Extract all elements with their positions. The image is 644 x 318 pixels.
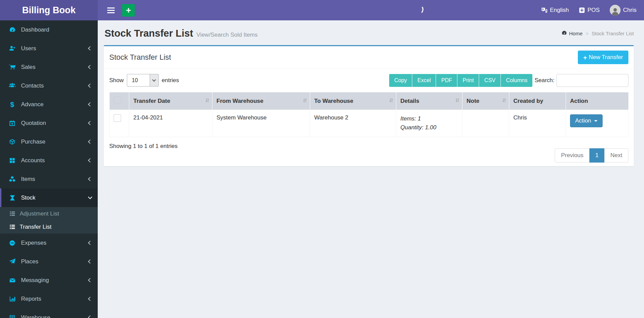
- caret-down-icon: [594, 120, 598, 122]
- sidebar-item-expenses[interactable]: Expenses: [0, 233, 98, 252]
- chevron-left-icon: [88, 297, 92, 301]
- sidebar-subitem-transfer-list[interactable]: Transfer List: [0, 220, 98, 233]
- row-action-button[interactable]: Action: [570, 114, 603, 127]
- new-transfer-button[interactable]: + New Transfer: [578, 51, 628, 64]
- page-size-select[interactable]: 10: [127, 74, 159, 87]
- entries-label: entries: [162, 77, 179, 84]
- sidebar-toggle-button[interactable]: [105, 5, 117, 16]
- home-dashboard-icon: [562, 30, 567, 37]
- csv-button[interactable]: CSV: [479, 74, 501, 87]
- chevron-left-icon: [88, 46, 92, 51]
- dollar-sign-icon: $: [7, 100, 17, 109]
- chevron-left-icon: [88, 102, 92, 107]
- sidebar: Dashboard Users Sales Cont: [0, 20, 98, 318]
- column-details[interactable]: Details: [396, 92, 462, 110]
- paper-plane-icon: [7, 258, 17, 265]
- sidebar-item-items[interactable]: Items: [0, 170, 98, 188]
- chevron-left-icon: [88, 259, 92, 264]
- page-size-value: 10: [127, 74, 150, 86]
- column-to-warehouse[interactable]: To Warehouse: [310, 92, 396, 110]
- table-toolbar: Show 10 entries Copy Excel PDF Print: [104, 69, 634, 92]
- sort-icon: [389, 98, 393, 105]
- user-avatar: [610, 5, 621, 16]
- minus-circle-icon: [7, 240, 17, 246]
- sidebar-item-reports[interactable]: Reports: [0, 289, 98, 308]
- columns-button[interactable]: Columns: [501, 74, 532, 87]
- note-cell: [462, 110, 509, 137]
- hourglass-icon: [7, 195, 17, 201]
- excel-button[interactable]: Excel: [412, 74, 436, 87]
- navbar-right: English POS Chris: [541, 5, 644, 16]
- sidebar-item-warehouse[interactable]: Warehouse: [0, 308, 98, 318]
- details-cell: Items: 1 Quantity: 1.00: [396, 110, 462, 137]
- language-icon: [541, 7, 548, 14]
- page-subtitle: View/Search Sold Items: [196, 32, 258, 38]
- user-name: Chris: [623, 7, 637, 14]
- chevron-down-icon: [150, 74, 158, 86]
- action-cell: Action: [566, 110, 628, 137]
- chevron-left-icon: [88, 65, 92, 69]
- print-button[interactable]: Print: [457, 74, 479, 87]
- content-header: Stock Transfer ListView/Search Sold Item…: [104, 28, 634, 39]
- sidebar-item-sales[interactable]: Sales: [0, 58, 98, 76]
- quick-add-button[interactable]: +: [122, 4, 135, 17]
- sidebar-item-purchase[interactable]: Purchase: [0, 132, 98, 151]
- pagination-previous[interactable]: Previous: [555, 148, 589, 163]
- sidebar-item-users[interactable]: Users: [0, 39, 98, 58]
- sidebar-item-advance[interactable]: $ Advance: [0, 95, 98, 114]
- sidebar-item-contacts[interactable]: Contacts: [0, 76, 98, 95]
- user-menu[interactable]: Chris: [610, 5, 637, 16]
- list-icon: [8, 224, 16, 230]
- search-label: Search:: [534, 77, 554, 84]
- row-checkbox[interactable]: [114, 114, 121, 122]
- from-warehouse-cell: System Warehouse: [212, 110, 310, 137]
- column-from-warehouse[interactable]: From Warehouse: [212, 92, 310, 110]
- pos-button[interactable]: POS: [579, 7, 600, 14]
- envelope-icon: [7, 277, 17, 283]
- chevron-left-icon: [88, 121, 92, 125]
- sidebar-item-messaging[interactable]: Messaging: [0, 271, 98, 289]
- breadcrumb-separator: >: [586, 31, 589, 36]
- sidebar-item-accounts[interactable]: Accounts: [0, 151, 98, 170]
- pagination-next[interactable]: Next: [604, 148, 628, 163]
- copy-button[interactable]: Copy: [389, 74, 412, 87]
- table-info: Showing 1 to 1 of 1 entries: [109, 143, 177, 149]
- sort-icon: [205, 98, 209, 105]
- sidebar-item-stock[interactable]: Stock: [0, 188, 98, 207]
- pdf-button[interactable]: PDF: [436, 74, 457, 87]
- sidebar-item-places[interactable]: Places: [0, 252, 98, 271]
- language-menu[interactable]: English: [541, 7, 569, 14]
- chevron-left-icon: [88, 139, 92, 144]
- pagination-page-1[interactable]: 1: [589, 148, 605, 163]
- user-plus-icon: [7, 45, 17, 52]
- column-transfer-date[interactable]: Transfer Date: [129, 92, 212, 110]
- chevron-down-icon: [88, 195, 92, 199]
- search-input[interactable]: [556, 74, 628, 87]
- search-control: Search:: [534, 74, 628, 87]
- chevron-left-icon: [88, 241, 92, 245]
- sidebar-item-dashboard[interactable]: Dashboard: [0, 20, 98, 39]
- sort-icon: [303, 98, 307, 105]
- loading-spinner: [415, 5, 424, 14]
- chevron-left-icon: [88, 177, 92, 181]
- sidebar-subitem-adjustment-list[interactable]: Adjustment List: [0, 207, 98, 220]
- toolbar-right: Copy Excel PDF Print CSV Columns Search:: [389, 74, 628, 87]
- brand-logo[interactable]: Billing Book: [0, 0, 98, 20]
- sidebar-item-quotation[interactable]: Quotation: [0, 114, 98, 132]
- calendar-plus-icon: [7, 120, 17, 126]
- transfer-date-cell: 21-04-2021: [129, 110, 212, 137]
- chevron-left-icon: [88, 315, 92, 318]
- select-all-checkbox[interactable]: [114, 96, 121, 104]
- plus-icon: +: [583, 54, 587, 61]
- breadcrumb-home[interactable]: Home: [562, 30, 583, 37]
- navbar-main: + English POS: [98, 0, 644, 20]
- app-root: Billing Book + English POS: [0, 0, 644, 318]
- stock-submenu: Adjustment List Transfer List: [0, 207, 98, 233]
- main-content: Stock Transfer ListView/Search Sold Item…: [98, 20, 644, 318]
- column-note[interactable]: Note: [462, 92, 509, 110]
- sort-icon: [502, 98, 506, 105]
- column-action: Action: [566, 92, 628, 110]
- chevron-left-icon: [88, 278, 92, 282]
- chevron-left-icon: [88, 158, 92, 163]
- card-footer: Showing 1 to 1 of 1 entries Previous 1 N…: [104, 137, 634, 158]
